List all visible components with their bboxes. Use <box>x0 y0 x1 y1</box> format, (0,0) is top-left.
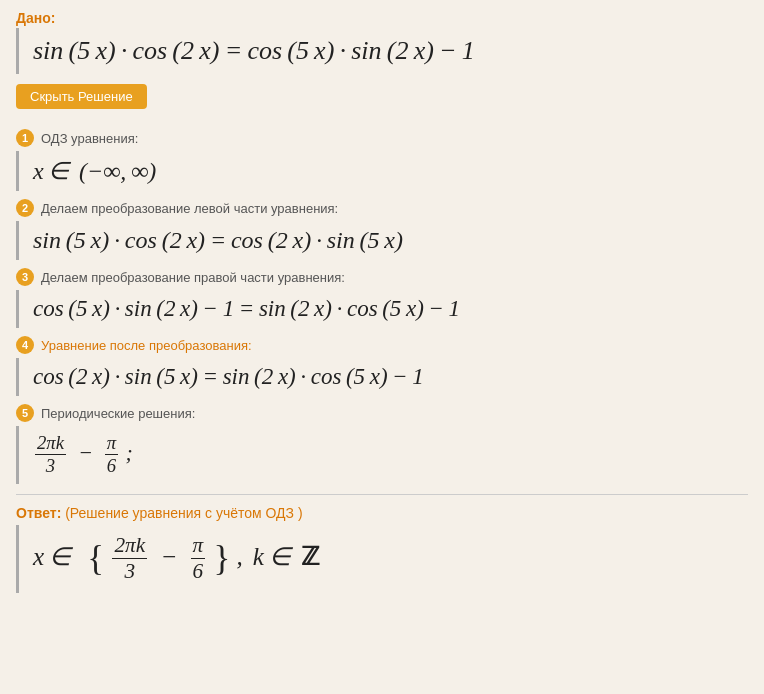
step-4-content: cos (2 x) · sin (5 x) = sin (2 x) · cos … <box>16 358 748 396</box>
step-2-content: sin (5 x) · cos (2 x) = cos (2 x) · sin … <box>16 221 748 260</box>
step-2-title: Делаем преобразование левой части уравне… <box>41 201 338 216</box>
answer-box: x ∈ { 2πk 3 − π 6 } , k ∈ ℤ <box>16 525 748 593</box>
step-4-equation: cos (2 x) · sin (5 x) = sin (2 x) · cos … <box>33 364 424 389</box>
step-4-title: Уравнение после преобразования: <box>41 338 252 353</box>
step-1-equation: x ∈ (−∞, ∞) <box>33 158 156 184</box>
answer-equation: x ∈ { 2πk 3 − π 6 } , k ∈ ℤ <box>33 543 320 570</box>
step-2-header: 2 Делаем преобразование левой части урав… <box>16 199 748 217</box>
step-5-header: 5 Периодические решения: <box>16 404 748 422</box>
step-5-equation: 2πk 3 − π 6 ; <box>33 440 133 465</box>
dado-label: Дано: <box>16 10 748 26</box>
step-1-header: 1 ОДЗ уравнения: <box>16 129 748 147</box>
step-3-equation: cos (5 x) · sin (2 x) − 1 = sin (2 x) · … <box>33 296 460 321</box>
step-4-num: 4 <box>16 336 34 354</box>
step-3-num: 3 <box>16 268 34 286</box>
answer-label: Ответ: (Решение уравнения с учётом ОДЗ ) <box>16 505 748 521</box>
answer-label-bold: Ответ: <box>16 505 61 521</box>
answer-section: Ответ: (Решение уравнения с учётом ОДЗ )… <box>16 505 748 593</box>
answer-label-rest: (Решение уравнения с учётом ОДЗ ) <box>61 505 302 521</box>
step-2-equation: sin (5 x) · cos (2 x) = cos (2 x) · sin … <box>33 227 403 253</box>
step-1-content: x ∈ (−∞, ∞) <box>16 151 748 191</box>
main-equation-box: sin (5 x) · cos (2 x) = cos (5 x) · sin … <box>16 28 748 74</box>
step-3-title: Делаем преобразование правой части уравн… <box>41 270 345 285</box>
step-1-title: ОДЗ уравнения: <box>41 131 138 146</box>
step-4-header: 4 Уравнение после преобразования: <box>16 336 748 354</box>
hide-solution-button[interactable]: Скрыть Решение <box>16 84 147 109</box>
step-2-num: 2 <box>16 199 34 217</box>
step-3-content: cos (5 x) · sin (2 x) − 1 = sin (2 x) · … <box>16 290 748 328</box>
divider <box>16 494 748 495</box>
step-5-content: 2πk 3 − π 6 ; <box>16 426 748 484</box>
step-5-num: 5 <box>16 404 34 422</box>
step-3-header: 3 Делаем преобразование правой части ура… <box>16 268 748 286</box>
step-5-title: Периодические решения: <box>41 406 195 421</box>
step-1-num: 1 <box>16 129 34 147</box>
main-equation: sin (5 x) · cos (2 x) = cos (5 x) · sin … <box>33 36 475 65</box>
